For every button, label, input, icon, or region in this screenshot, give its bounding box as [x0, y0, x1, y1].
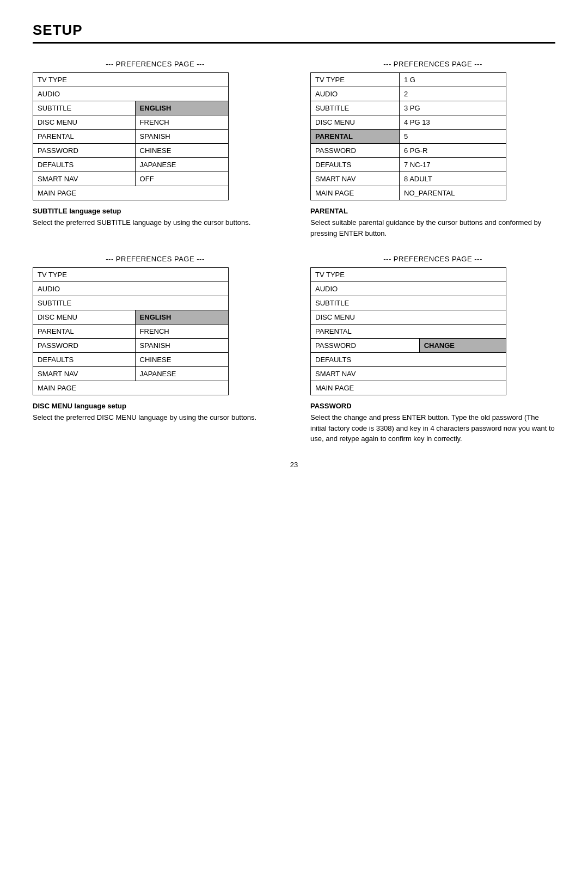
description-title: SUBTITLE language setup	[33, 207, 278, 215]
table-cell: 1 G	[400, 73, 506, 87]
table-row: DISC MENU4 PG 13	[311, 115, 506, 130]
table-row: MAIN PAGENO_PARENTAL	[311, 186, 506, 200]
description-right-1: PARENTALSelect suitable parental guidanc…	[310, 207, 555, 238]
description-text: Select the change and press ENTER button…	[310, 412, 555, 444]
table-cell: TV TYPE	[311, 73, 400, 87]
table-cell: TV TYPE	[33, 268, 229, 282]
table-cell: SPANISH	[135, 339, 228, 353]
table-row: PASSWORDCHANGE	[311, 339, 506, 353]
description-text: Select suitable parental guidance by the…	[310, 217, 555, 238]
table-cell: SUBTITLE	[311, 296, 506, 310]
table-cell: AUDIO	[311, 87, 400, 101]
table-cell: FRENCH	[135, 325, 228, 339]
section-1: --- PREFERENCES PAGE ---TV TYPEAUDIOSUBT…	[33, 60, 555, 238]
table-cell: JAPANESE	[135, 367, 228, 381]
description-title: DISC MENU language setup	[33, 402, 278, 410]
table-row: PASSWORDSPANISH	[33, 339, 229, 353]
table-cell: MAIN PAGE	[33, 381, 229, 395]
table-cell: MAIN PAGE	[33, 186, 229, 200]
pref-label-right-1: --- PREFERENCES PAGE ---	[310, 60, 555, 68]
table-row: TV TYPE	[33, 268, 229, 282]
table-row: TV TYPE	[33, 73, 229, 87]
table-row: AUDIO2	[311, 87, 506, 101]
pref-label-left-2: --- PREFERENCES PAGE ---	[33, 255, 278, 263]
table-row: SMART NAVOFF	[33, 172, 229, 186]
table-cell: CHINESE	[135, 353, 228, 367]
table-cell: TV TYPE	[311, 268, 506, 282]
table-row: SMART NAVJAPANESE	[33, 367, 229, 381]
table-cell: PARENTAL	[311, 325, 506, 339]
description-title: PASSWORD	[310, 402, 555, 410]
description-left-2: DISC MENU language setupSelect the prefe…	[33, 402, 278, 423]
table-cell: SUBTITLE	[33, 296, 229, 310]
table-cell: SUBTITLE	[311, 101, 400, 115]
col-right-1: --- PREFERENCES PAGE ---TV TYPE1 GAUDIO2…	[310, 60, 555, 238]
table-row: PARENTALFRENCH	[33, 325, 229, 339]
table-row: MAIN PAGE	[33, 186, 229, 200]
table-cell: CHANGE	[419, 339, 506, 353]
table-cell: ENGLISH	[135, 310, 228, 325]
pref-table-right-1: TV TYPE1 GAUDIO2SUBTITLE3 PGDISC MENU4 P…	[310, 72, 506, 200]
table-row: PASSWORD6 PG-R	[311, 144, 506, 158]
table-cell: DEFAULTS	[311, 158, 400, 172]
table-cell: PARENTAL	[311, 130, 400, 144]
table-row: SUBTITLE3 PG	[311, 101, 506, 115]
table-cell: JAPANESE	[135, 158, 228, 172]
table-cell: SMART NAV	[311, 172, 400, 186]
table-cell: CHINESE	[135, 144, 228, 158]
table-cell: PARENTAL	[33, 325, 136, 339]
table-cell: 5	[400, 130, 506, 144]
table-row: SMART NAV	[311, 367, 506, 381]
table-cell: PASSWORD	[311, 144, 400, 158]
table-row: DISC MENU	[311, 310, 506, 325]
table-row: DISC MENUFRENCH	[33, 115, 229, 130]
table-cell: SMART NAV	[33, 367, 136, 381]
table-row: DEFAULTS7 NC-17	[311, 158, 506, 172]
table-cell: PARENTAL	[33, 130, 136, 144]
table-cell: DEFAULTS	[33, 158, 136, 172]
table-cell: 7 NC-17	[400, 158, 506, 172]
table-row: DISC MENUENGLISH	[33, 310, 229, 325]
table-cell: DISC MENU	[33, 115, 136, 130]
table-cell: NO_PARENTAL	[400, 186, 506, 200]
table-cell: DISC MENU	[311, 310, 506, 325]
description-text: Select the preferred DISC MENU language …	[33, 412, 278, 423]
description-title: PARENTAL	[310, 207, 555, 215]
table-row: PASSWORDCHINESE	[33, 144, 229, 158]
col-right-2: --- PREFERENCES PAGE ---TV TYPEAUDIOSUBT…	[310, 255, 555, 444]
table-cell: 3 PG	[400, 101, 506, 115]
table-row: AUDIO	[33, 87, 229, 101]
table-cell: DEFAULTS	[311, 353, 506, 367]
table-cell: FRENCH	[135, 115, 228, 130]
table-cell: PASSWORD	[311, 339, 420, 353]
table-cell: PASSWORD	[33, 144, 136, 158]
table-row: PARENTAL	[311, 325, 506, 339]
pref-label-left-1: --- PREFERENCES PAGE ---	[33, 60, 278, 68]
table-row: SUBTITLEENGLISH	[33, 101, 229, 115]
table-cell: DISC MENU	[311, 115, 400, 130]
table-cell: AUDIO	[311, 282, 506, 296]
table-cell: TV TYPE	[33, 73, 229, 87]
table-cell: MAIN PAGE	[311, 381, 506, 395]
description-left-1: SUBTITLE language setupSelect the prefer…	[33, 207, 278, 228]
description-right-2: PASSWORDSelect the change and press ENTE…	[310, 402, 555, 444]
pref-table-left-1: TV TYPEAUDIOSUBTITLEENGLISHDISC MENUFREN…	[33, 72, 229, 200]
table-cell: DISC MENU	[33, 310, 136, 325]
table-row: PARENTALSPANISH	[33, 130, 229, 144]
table-cell: 6 PG-R	[400, 144, 506, 158]
table-row: SUBTITLE	[33, 296, 229, 310]
table-row: MAIN PAGE	[33, 381, 229, 395]
table-cell: SMART NAV	[33, 172, 136, 186]
table-row: TV TYPE	[311, 268, 506, 282]
table-row: MAIN PAGE	[311, 381, 506, 395]
table-row: PARENTAL5	[311, 130, 506, 144]
table-cell: SUBTITLE	[33, 101, 136, 115]
table-cell: 2	[400, 87, 506, 101]
table-row: AUDIO	[33, 282, 229, 296]
table-cell: ENGLISH	[135, 101, 228, 115]
pref-table-left-2: TV TYPEAUDIOSUBTITLEDISC MENUENGLISHPARE…	[33, 267, 229, 395]
table-row: DEFAULTSJAPANESE	[33, 158, 229, 172]
table-cell: AUDIO	[33, 282, 229, 296]
table-row: DEFAULTSCHINESE	[33, 353, 229, 367]
table-row: DEFAULTS	[311, 353, 506, 367]
